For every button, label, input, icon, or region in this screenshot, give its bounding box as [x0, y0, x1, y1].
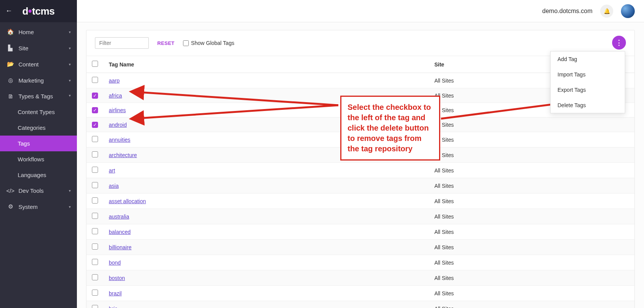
row-checkbox[interactable]: [92, 243, 98, 250]
show-global-tags-toggle[interactable]: Show Global Tags: [183, 40, 235, 46]
row-checkbox[interactable]: [92, 290, 98, 296]
tag-site: All Sites: [429, 255, 634, 270]
sidebar-item-label: Types & Tags: [18, 93, 53, 99]
table-row: asiaAll Sites: [87, 178, 634, 194]
row-checkbox[interactable]: [92, 182, 98, 188]
sidebar-subitem-workflows[interactable]: Workflows: [0, 151, 77, 167]
row-checkbox[interactable]: [92, 77, 98, 83]
tag-site: All Sites: [429, 301, 634, 308]
content-wrap: RESET Show Global Tags ⋮ Add TagImport T…: [77, 22, 644, 308]
tag-link[interactable]: brazil: [109, 290, 121, 296]
tag-site: All Sites: [429, 240, 634, 255]
tag-link[interactable]: architecture: [109, 152, 137, 158]
chevron-down-icon: ▾: [69, 62, 71, 66]
tag-site: All Sites: [429, 132, 634, 147]
topbar: demo.dotcms.com 🔔: [77, 0, 644, 22]
tag-link[interactable]: australia: [109, 214, 129, 220]
table-row: brazilAll Sites: [87, 286, 634, 301]
tag-site: All Sites: [429, 286, 634, 301]
tag-link[interactable]: bond: [109, 260, 121, 266]
tag-site: All Sites: [429, 194, 634, 209]
types-icon: 🗎: [7, 93, 14, 99]
site-icon: ▙: [7, 45, 14, 51]
table-row: bricAll Sites: [87, 301, 634, 308]
dropdown-item-import-tags[interactable]: Import Tags: [551, 67, 625, 82]
tag-link[interactable]: billionaire: [109, 244, 131, 250]
site-label[interactable]: demo.dotcms.com: [542, 8, 592, 15]
row-checkbox[interactable]: [92, 136, 98, 142]
tag-link[interactable]: aarp: [109, 78, 120, 84]
reset-button[interactable]: RESET: [157, 40, 175, 46]
tag-link[interactable]: android: [109, 122, 127, 128]
sidebar-subitem-categories[interactable]: Categories: [0, 120, 77, 136]
tag-link[interactable]: balanced: [109, 229, 131, 235]
select-all-checkbox[interactable]: [92, 61, 98, 67]
tag-site: All Sites: [429, 224, 634, 240]
sidebar-item-site[interactable]: ▙Site▾: [0, 40, 77, 56]
row-checkbox[interactable]: [92, 274, 98, 280]
tag-link[interactable]: africa: [109, 93, 122, 99]
show-global-tags-checkbox[interactable]: [183, 40, 189, 46]
logo-dot-icon: [28, 10, 32, 13]
tag-link[interactable]: art: [109, 167, 115, 174]
logo: dtcms: [22, 5, 55, 17]
sidebar-subitem-languages[interactable]: Languages: [0, 167, 77, 183]
chevron-down-icon: ▴: [69, 94, 71, 98]
marketing-icon: ◎: [7, 77, 14, 84]
table-row: balancedAll Sites: [87, 224, 634, 240]
filter-input[interactable]: [95, 37, 149, 49]
dropdown-item-add-tag[interactable]: Add Tag: [551, 51, 625, 67]
chevron-down-icon: ▾: [69, 30, 71, 34]
tag-link[interactable]: airlines: [109, 107, 126, 113]
table-row: australiaAll Sites: [87, 209, 634, 224]
row-checkbox[interactable]: [92, 213, 98, 219]
tag-site: All Sites: [429, 270, 634, 286]
show-global-tags-label: Show Global Tags: [191, 40, 235, 46]
chevron-down-icon: ▾: [69, 78, 71, 83]
tag-site: All Sites: [429, 118, 634, 132]
sidebar: ← dtcms 🏠Home▾▙Site▾📂Content▾◎Marketing▾…: [0, 0, 77, 308]
row-checkbox[interactable]: [92, 305, 98, 308]
more-actions-button[interactable]: ⋮: [612, 36, 626, 50]
row-checkbox[interactable]: [92, 107, 98, 113]
system-icon: ⚙: [7, 203, 14, 210]
avatar[interactable]: [621, 4, 635, 18]
back-icon[interactable]: ←: [5, 7, 12, 15]
tag-link[interactable]: asset allocation: [109, 198, 146, 204]
row-checkbox[interactable]: [92, 151, 98, 157]
sidebar-item-label: Marketing: [18, 77, 44, 84]
row-checkbox[interactable]: [92, 167, 98, 173]
table-row: bostonAll Sites: [87, 270, 634, 286]
column-header-name[interactable]: Tag Name: [103, 56, 429, 73]
tags-panel: RESET Show Global Tags ⋮ Add TagImport T…: [86, 30, 635, 308]
dropdown-item-delete-tags[interactable]: Delete Tags: [551, 98, 625, 113]
select-all-header: [87, 56, 103, 73]
tag-link[interactable]: boston: [109, 275, 125, 281]
row-checkbox[interactable]: [92, 259, 98, 265]
home-icon: 🏠: [7, 28, 14, 35]
actions-dropdown: Add TagImport TagsExport TagsDelete Tags: [550, 51, 625, 113]
tag-link[interactable]: bric: [109, 306, 118, 308]
sidebar-item-system[interactable]: ⚙System▾: [0, 199, 77, 215]
sidebar-item-home[interactable]: 🏠Home▾: [0, 24, 77, 40]
sidebar-item-label: Home: [18, 29, 34, 35]
devtools-icon: </>: [7, 187, 14, 194]
sidebar-item-marketing[interactable]: ◎Marketing▾: [0, 72, 77, 88]
tag-link[interactable]: annuities: [109, 137, 130, 143]
sidebar-item-content[interactable]: 📂Content▾: [0, 56, 77, 72]
sidebar-item-types-tags[interactable]: 🗎Types & Tags▴: [0, 88, 77, 104]
row-checkbox[interactable]: [92, 122, 98, 128]
tag-link[interactable]: asia: [109, 183, 119, 189]
row-checkbox[interactable]: [92, 197, 98, 204]
sidebar-subitem-content-types[interactable]: Content Types: [0, 104, 77, 120]
tag-site: All Sites: [429, 178, 634, 194]
sidebar-item-label: Dev Tools: [18, 187, 44, 194]
dropdown-item-export-tags[interactable]: Export Tags: [551, 82, 625, 98]
sidebar-header: ← dtcms: [0, 0, 77, 22]
sidebar-item-dev-tools[interactable]: </>Dev Tools▾: [0, 183, 77, 199]
row-checkbox[interactable]: [92, 228, 98, 234]
chevron-down-icon: ▾: [69, 189, 71, 193]
row-checkbox[interactable]: [92, 93, 98, 99]
notifications-icon[interactable]: 🔔: [600, 5, 613, 18]
sidebar-subitem-tags[interactable]: Tags: [0, 136, 77, 151]
